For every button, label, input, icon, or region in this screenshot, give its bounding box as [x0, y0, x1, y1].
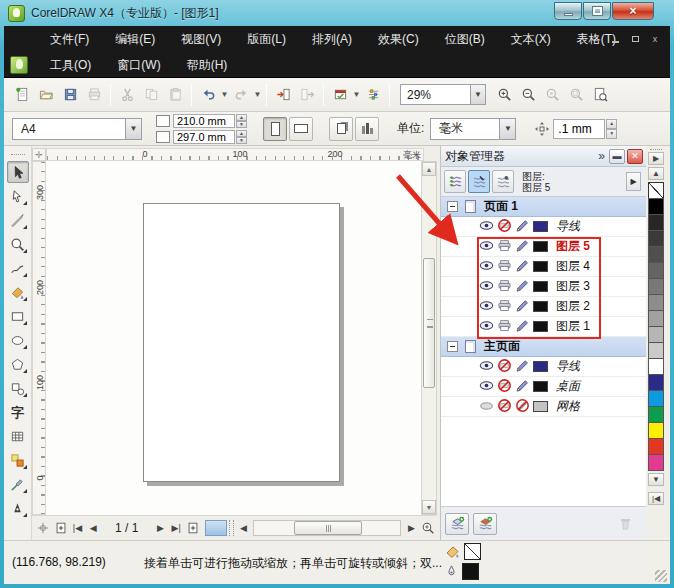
pencil-icon[interactable] — [515, 318, 530, 336]
layer-label[interactable]: 导线 — [556, 218, 580, 235]
current-page-button[interactable] — [355, 117, 379, 141]
new-layer-button[interactable] — [445, 513, 469, 535]
pencil-icon[interactable] — [515, 378, 530, 396]
scroll-left-icon[interactable]: ◀ — [236, 519, 252, 537]
layer-row[interactable]: 图层 3 — [441, 277, 647, 297]
zoom-tool[interactable] — [7, 233, 29, 255]
layer-manager-view-button[interactable] — [492, 170, 514, 193]
crop-tool[interactable] — [7, 209, 29, 231]
pencil-icon[interactable] — [515, 298, 530, 316]
docker-minimize-button[interactable]: ▬ — [609, 149, 625, 164]
scroll-down-icon[interactable]: ▼ — [422, 500, 436, 514]
color-swatch[interactable] — [648, 390, 664, 407]
resize-grip[interactable] — [655, 570, 667, 582]
zoom-to-page-button[interactable] — [588, 83, 612, 107]
paper-height-field[interactable]: 297.0 mm — [173, 130, 235, 144]
blend-tool[interactable] — [7, 449, 29, 471]
menu-item-5[interactable]: 效果(C) — [365, 28, 432, 50]
first-page-button[interactable]: |◀ — [70, 519, 86, 537]
color-swatch[interactable] — [648, 438, 664, 455]
palette-flyout-icon[interactable]: ▶ — [648, 152, 664, 165]
docker-collapse-chevrons[interactable]: » — [598, 149, 605, 163]
color-swatch[interactable] — [648, 406, 664, 423]
horizontal-ruler[interactable]: 0 100 200 毫米 — [46, 148, 424, 161]
menu-item-1[interactable]: 编辑(E) — [102, 28, 168, 50]
vertical-ruler[interactable]: 300 200 100 0 — [32, 161, 46, 515]
basic-shapes-tool[interactable] — [7, 377, 29, 399]
pencil-icon[interactable] — [515, 358, 530, 376]
eyedropper-tool[interactable] — [7, 473, 29, 495]
application-launcher-button[interactable] — [328, 83, 352, 107]
unit-combo[interactable]: 毫米 ▼ — [430, 118, 516, 140]
color-swatch[interactable] — [648, 342, 664, 359]
layer-label[interactable]: 图层 4 — [556, 258, 590, 275]
close-button[interactable]: × — [612, 2, 654, 20]
menu-item-3[interactable]: 版面(L) — [234, 28, 299, 50]
eye-icon[interactable] — [479, 358, 494, 376]
outline-tool[interactable] — [7, 497, 29, 519]
page-tab[interactable] — [205, 520, 227, 536]
color-swatch[interactable] — [648, 198, 664, 215]
layer-label[interactable]: 导线 — [556, 358, 580, 375]
previous-page-button[interactable]: ◀ — [85, 519, 101, 537]
pick-tool[interactable] — [7, 161, 29, 183]
zoom-out-button[interactable] — [516, 83, 540, 107]
drawing-scale-icon[interactable] — [34, 519, 52, 537]
color-swatch[interactable] — [648, 422, 664, 439]
rectangle-tool[interactable] — [7, 305, 29, 327]
new-master-layer-button[interactable] — [473, 513, 497, 535]
fill-color-swatch[interactable] — [464, 543, 481, 560]
restore-button[interactable] — [583, 2, 611, 20]
layer-color-swatch[interactable] — [533, 401, 548, 412]
open-document-button[interactable] — [34, 83, 58, 107]
smart-fill-tool[interactable] — [7, 281, 29, 303]
no-color-swatch[interactable] — [648, 182, 664, 199]
table-tool[interactable] — [7, 425, 29, 447]
layer-row[interactable]: 图层 2 — [441, 297, 647, 317]
add-page-after-button[interactable] — [184, 519, 202, 537]
paper-preset-combo[interactable]: A4 ▼ — [12, 118, 142, 140]
portrait-button[interactable] — [263, 117, 287, 141]
color-swatch[interactable] — [648, 278, 664, 295]
nudge-spinner[interactable]: ▲▼ — [606, 119, 617, 139]
mdi-minimize-button[interactable] — [608, 33, 622, 45]
save-document-button[interactable] — [58, 83, 82, 107]
layer-color-swatch[interactable] — [533, 381, 548, 392]
new-document-button[interactable] — [10, 83, 34, 107]
last-page-button[interactable]: ▶| — [168, 519, 184, 537]
no-print-icon[interactable] — [497, 398, 512, 416]
vertical-scroll-thumb[interactable] — [423, 258, 435, 388]
color-swatch[interactable] — [648, 246, 664, 263]
pencil-icon[interactable] — [515, 258, 530, 276]
paper-width-spinner[interactable]: ▲▼ — [236, 114, 247, 128]
layer-row[interactable]: 桌面 — [441, 377, 647, 397]
zoom-in-button[interactable] — [492, 83, 516, 107]
collapse-icon[interactable] — [447, 201, 458, 212]
layer-row[interactable]: 导线 — [441, 357, 647, 377]
layer-color-swatch[interactable] — [533, 241, 548, 252]
layer-group-row[interactable]: 页面 1 — [441, 197, 647, 217]
show-object-properties-button[interactable] — [444, 170, 466, 193]
color-swatch[interactable] — [648, 310, 664, 327]
color-swatch[interactable] — [648, 214, 664, 231]
color-swatch[interactable] — [648, 374, 664, 391]
layer-row[interactable]: 图层 4 — [441, 257, 647, 277]
pencil-icon[interactable] — [515, 238, 530, 256]
menu-item-7[interactable]: 文本(X) — [498, 28, 564, 50]
eye-icon[interactable] — [479, 378, 494, 396]
layer-label[interactable]: 桌面 — [556, 378, 580, 395]
layer-label[interactable]: 图层 5 — [556, 238, 590, 255]
layer-color-swatch[interactable] — [533, 301, 548, 312]
eye-icon[interactable] — [479, 258, 494, 276]
layer-color-swatch[interactable] — [533, 281, 548, 292]
chevron-down-icon[interactable]: ▼ — [470, 85, 485, 104]
palette-expand-icon[interactable]: |◀ — [648, 492, 664, 505]
layer-color-swatch[interactable] — [533, 361, 548, 372]
application-launcher-dropdown-icon[interactable]: ▼ — [352, 83, 361, 107]
layer-color-swatch[interactable] — [533, 261, 548, 272]
scroll-right-icon[interactable]: ▶ — [403, 519, 419, 537]
layer-color-swatch[interactable] — [533, 221, 548, 232]
paper-width-field[interactable]: 210.0 mm — [173, 114, 235, 128]
layer-label[interactable]: 图层 1 — [556, 318, 590, 335]
text-tool[interactable]: 字 — [7, 401, 29, 423]
